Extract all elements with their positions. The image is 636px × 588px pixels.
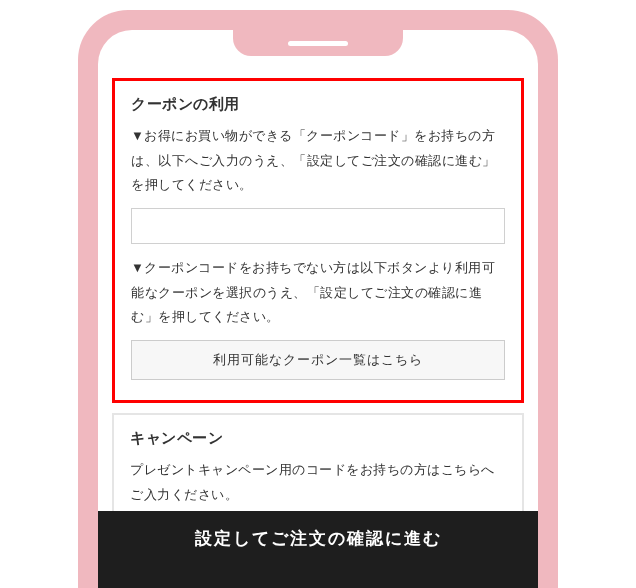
- coupon-instruction-2: ▼クーポンコードをお持ちでない方は以下ボタンより利用可能なクーポンを選択のうえ、…: [131, 256, 505, 330]
- phone-notch: [233, 30, 403, 56]
- phone-screen: クーポンの利用 ▼お得にお買い物ができる「クーポンコード」をお持ちの方は、以下へ…: [98, 30, 538, 588]
- phone-frame: クーポンの利用 ▼お得にお買い物ができる「クーポンコード」をお持ちの方は、以下へ…: [78, 10, 558, 588]
- coupon-section: クーポンの利用 ▼お得にお買い物ができる「クーポンコード」をお持ちの方は、以下へ…: [112, 78, 524, 403]
- bottom-action-bar: 設定してご注文の確認に進む: [98, 511, 538, 588]
- coupon-section-title: クーポンの利用: [131, 95, 505, 114]
- coupon-code-input[interactable]: [131, 208, 505, 244]
- phone-speaker: [288, 41, 348, 46]
- campaign-section-title: キャンペーン: [130, 429, 506, 448]
- coupon-instruction-1: ▼お得にお買い物ができる「クーポンコード」をお持ちの方は、以下へご入力のうえ、「…: [131, 124, 505, 198]
- proceed-button[interactable]: 設定してご注文の確認に進む: [122, 527, 514, 550]
- screen-content: クーポンの利用 ▼お得にお買い物ができる「クーポンコード」をお持ちの方は、以下へ…: [98, 68, 538, 588]
- coupon-list-button[interactable]: 利用可能なクーポン一覧はこちら: [131, 340, 505, 380]
- campaign-instruction: プレゼントキャンペーン用のコードをお持ちの方はこちらへご入力ください。: [130, 458, 506, 507]
